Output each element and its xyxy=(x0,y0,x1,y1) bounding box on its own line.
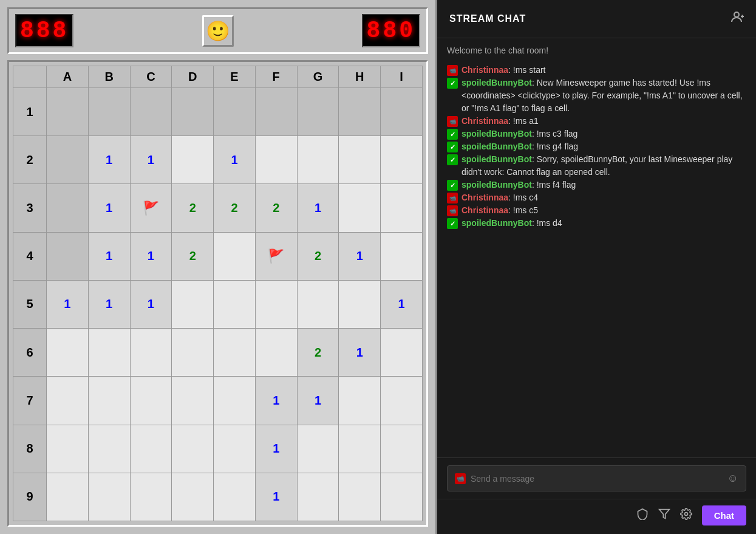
user-icon[interactable] xyxy=(729,10,744,28)
cell-H8[interactable] xyxy=(339,425,381,473)
cell-H4[interactable]: 1 xyxy=(339,232,381,280)
cell-C3[interactable]: 🚩 xyxy=(130,184,172,232)
cell-F1[interactable] xyxy=(255,88,297,136)
cell-D2[interactable] xyxy=(172,136,214,184)
message-badge-6: ✓ xyxy=(447,180,458,191)
cell-E4[interactable] xyxy=(214,232,256,280)
message-input[interactable] xyxy=(471,474,723,484)
cell-H1[interactable] xyxy=(339,88,381,136)
cell-A7[interactable] xyxy=(47,377,89,425)
cell-D6[interactable] xyxy=(172,329,214,377)
cell-B8[interactable] xyxy=(88,425,130,473)
cell-H6[interactable]: 1 xyxy=(339,329,381,377)
chat-button[interactable]: Chat xyxy=(702,505,746,525)
cell-F8[interactable]: 1 xyxy=(255,425,297,473)
cell-F6[interactable] xyxy=(255,329,297,377)
cell-F7[interactable]: 1 xyxy=(255,377,297,425)
cell-E6[interactable] xyxy=(214,329,256,377)
cell-A9[interactable] xyxy=(47,473,89,521)
cell-C8[interactable] xyxy=(130,425,172,473)
cell-B4[interactable]: 1 xyxy=(88,232,130,280)
cell-F9[interactable]: 1 xyxy=(255,473,297,521)
cell-E5[interactable] xyxy=(214,280,256,328)
cell-I5[interactable]: 1 xyxy=(381,280,423,328)
cell-C1[interactable] xyxy=(130,88,172,136)
cell-B3[interactable]: 1 xyxy=(88,184,130,232)
cell-B7[interactable] xyxy=(88,377,130,425)
cell-A5[interactable]: 1 xyxy=(47,280,89,328)
cell-C2[interactable]: 1 xyxy=(130,136,172,184)
cell-I4[interactable] xyxy=(381,232,423,280)
cell-A8[interactable] xyxy=(47,425,89,473)
cell-I3[interactable] xyxy=(381,184,423,232)
message-badge-8: 📹 xyxy=(447,205,458,216)
cell-C6[interactable] xyxy=(130,329,172,377)
cell-G6[interactable]: 2 xyxy=(297,329,339,377)
cell-C7[interactable] xyxy=(130,377,172,425)
chat-message-8: 📹Christinnaa: !ms c5 xyxy=(447,204,746,217)
cell-D8[interactable] xyxy=(172,425,214,473)
cell-B6[interactable] xyxy=(88,329,130,377)
cell-B2[interactable]: 1 xyxy=(88,136,130,184)
settings-icon[interactable] xyxy=(680,508,692,523)
cell-B1[interactable] xyxy=(88,88,130,136)
cell-E8[interactable] xyxy=(214,425,256,473)
cell-A2[interactable] xyxy=(47,136,89,184)
cell-F4[interactable]: 🚩 xyxy=(255,232,297,280)
cell-I6[interactable] xyxy=(381,329,423,377)
corner-header xyxy=(13,66,47,88)
cell-A6[interactable] xyxy=(47,329,89,377)
mine-counter: 888 xyxy=(15,14,73,47)
cell-D9[interactable] xyxy=(172,473,214,521)
chat-message-4: ✓spoiledBunnyBot: !ms g4 flag xyxy=(447,140,746,153)
smiley-button[interactable]: 🙂 xyxy=(202,15,234,47)
cell-E1[interactable] xyxy=(214,88,256,136)
cell-E9[interactable] xyxy=(214,473,256,521)
cell-B5[interactable]: 1 xyxy=(88,280,130,328)
cell-H9[interactable] xyxy=(339,473,381,521)
message-username-6: spoiledBunnyBot xyxy=(461,180,532,190)
cell-C5[interactable]: 1 xyxy=(130,280,172,328)
cell-F5[interactable] xyxy=(255,280,297,328)
cell-E3[interactable]: 2 xyxy=(214,184,256,232)
cell-G9[interactable] xyxy=(297,473,339,521)
cell-D1[interactable] xyxy=(172,88,214,136)
message-badge-3: ✓ xyxy=(447,129,458,140)
cell-G2[interactable] xyxy=(297,136,339,184)
cell-G8[interactable] xyxy=(297,425,339,473)
cell-G7[interactable]: 1 xyxy=(297,377,339,425)
cell-D3[interactable]: 2 xyxy=(172,184,214,232)
cell-F3[interactable]: 2 xyxy=(255,184,297,232)
cell-I2[interactable] xyxy=(381,136,423,184)
cell-D7[interactable] xyxy=(172,377,214,425)
cell-I9[interactable] xyxy=(381,473,423,521)
cell-A3[interactable] xyxy=(47,184,89,232)
cell-D5[interactable] xyxy=(172,280,214,328)
cell-H7[interactable] xyxy=(339,377,381,425)
emoji-button[interactable]: ☺ xyxy=(727,472,738,485)
cell-F2[interactable] xyxy=(255,136,297,184)
cell-D4[interactable]: 2 xyxy=(172,232,214,280)
cell-H3[interactable] xyxy=(339,184,381,232)
cell-I1[interactable] xyxy=(381,88,423,136)
message-badge-2: 📹 xyxy=(447,116,458,127)
cell-E7[interactable] xyxy=(214,377,256,425)
shield-icon[interactable] xyxy=(636,508,649,523)
cell-G1[interactable] xyxy=(297,88,339,136)
cell-A1[interactable] xyxy=(47,88,89,136)
chat-message-3: ✓spoiledBunnyBot: !ms c3 flag xyxy=(447,128,746,140)
cell-I8[interactable] xyxy=(381,425,423,473)
cell-G4[interactable]: 2 xyxy=(297,232,339,280)
cell-H5[interactable] xyxy=(339,280,381,328)
cell-B9[interactable] xyxy=(88,473,130,521)
cell-I7[interactable] xyxy=(381,377,423,425)
cell-C9[interactable] xyxy=(130,473,172,521)
cell-G3[interactable]: 1 xyxy=(297,184,339,232)
cell-G5[interactable] xyxy=(297,280,339,328)
cell-H2[interactable] xyxy=(339,136,381,184)
cell-E2[interactable]: 1 xyxy=(214,136,256,184)
message-content-7: Christinnaa: !ms c4 xyxy=(461,191,746,204)
filter-icon[interactable] xyxy=(658,508,670,523)
cell-A4[interactable] xyxy=(47,232,89,280)
cell-C4[interactable]: 1 xyxy=(130,232,172,280)
